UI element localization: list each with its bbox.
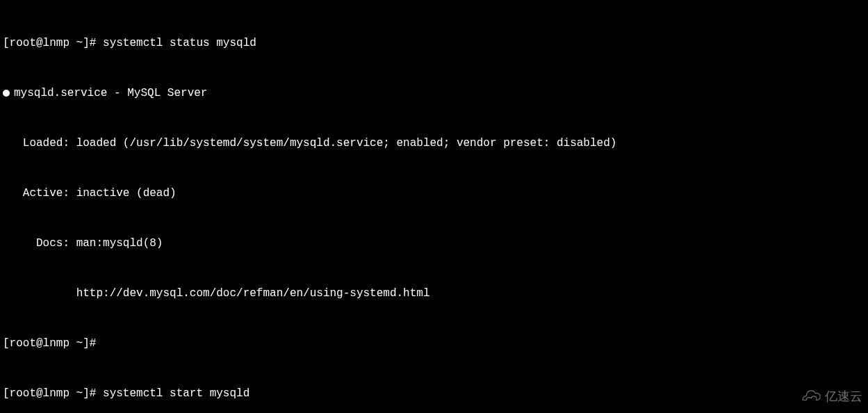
service-header: mysqld.service - MySQL Server — [3, 85, 865, 102]
service-title: mysqld.service - MySQL Server — [14, 87, 207, 99]
command-text: systemctl start mysqld — [103, 387, 249, 400]
docs-line: Docs: man:mysqld(8) — [3, 235, 865, 252]
prompt-line: [root@lnmp ~]# — [3, 335, 865, 352]
watermark: 亿速云 — [799, 387, 862, 406]
terminal-output[interactable]: [root@lnmp ~]# systemctl status mysqld m… — [3, 1, 865, 413]
loaded-line: Loaded: loaded (/usr/lib/systemd/system/… — [3, 135, 865, 152]
cloud-icon — [799, 390, 822, 404]
command-text: systemctl status mysqld — [103, 37, 256, 49]
watermark-text: 亿速云 — [825, 387, 862, 406]
status-dot-inactive-icon — [3, 90, 10, 97]
shell-prompt: [root@lnmp ~]# — [3, 37, 103, 49]
docs-url-line: http://dev.mysql.com/doc/refman/en/using… — [3, 285, 865, 302]
shell-prompt: [root@lnmp ~]# — [3, 387, 103, 400]
active-line: Active: inactive (dead) — [3, 185, 865, 202]
prompt-line: [root@lnmp ~]# systemctl start mysqld — [3, 385, 865, 402]
shell-prompt: [root@lnmp ~]# — [3, 337, 103, 350]
prompt-line: [root@lnmp ~]# systemctl status mysqld — [3, 35, 865, 51]
